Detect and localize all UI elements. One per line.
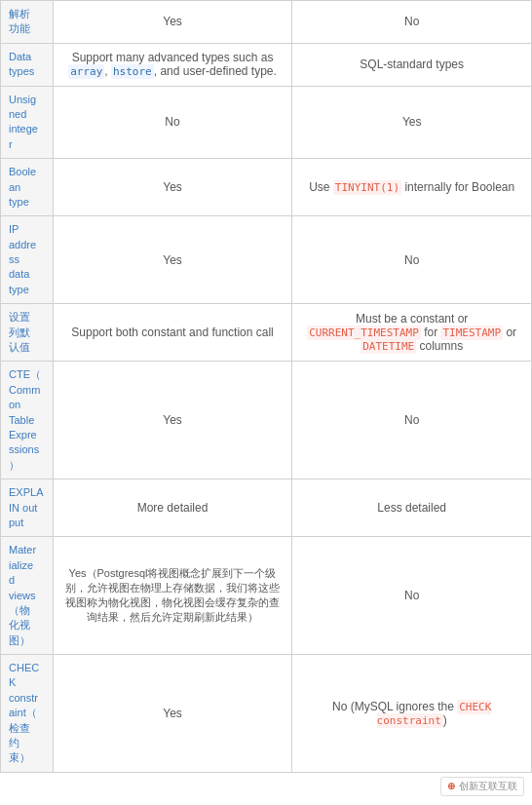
mysql-cell: SQL-standard types xyxy=(292,43,532,86)
feature-cell: Booleantype xyxy=(1,159,54,216)
feature-label: 设置列默认值 xyxy=(9,311,30,353)
feature-label: CTE（CommonTableExpressions） xyxy=(9,368,41,470)
feature-cell: 解析功能 xyxy=(1,1,54,44)
code-tinyint: TINYINT(1) xyxy=(333,180,401,195)
feature-label: EXPLAIN output xyxy=(9,486,43,528)
feature-cell: CHECKconstraint（检查约束） xyxy=(1,655,54,773)
table-row: Booleantype Yes Use TINYINT(1) internall… xyxy=(1,159,532,216)
pg-cell: Support many advanced types such as arra… xyxy=(53,43,292,86)
watermark-area: ⊕ 创新互联互联 xyxy=(0,773,532,800)
mysql-cell: No (MySQL ignores the CHECK constraint) xyxy=(292,655,532,773)
table-row: CTE（CommonTableExpressions） Yes No xyxy=(1,362,532,479)
code-array: array xyxy=(68,64,104,79)
watermark-badge: ⊕ 创新互联互联 xyxy=(440,777,524,796)
table-row: EXPLAIN output More detailed Less detail… xyxy=(1,479,532,537)
mysql-cell: Less detailed xyxy=(292,479,532,537)
mysql-cell: No xyxy=(292,1,532,44)
feature-cell: EXPLAIN output xyxy=(1,479,54,537)
feature-label: Materializedviews（物化视图） xyxy=(9,544,36,645)
code-check-constraint: CHECK constraint xyxy=(377,700,492,728)
feature-label: IPaddressdatatype xyxy=(9,223,36,295)
feature-label: Booleantype xyxy=(9,166,36,208)
pg-cell: Yes xyxy=(53,216,292,304)
feature-label: CHECKconstraint（检查约束） xyxy=(9,662,39,763)
pg-cell: Yes xyxy=(53,1,292,44)
pg-cell: Yes xyxy=(53,362,292,479)
feature-cell: Materializedviews（物化视图） xyxy=(1,537,54,655)
mysql-cell: No xyxy=(292,537,532,655)
pg-cell: More detailed xyxy=(53,479,292,537)
table-row: Datatypes Support many advanced types su… xyxy=(1,43,532,86)
feature-cell: Datatypes xyxy=(1,43,54,86)
watermark-icon: ⊕ xyxy=(447,781,455,791)
feature-cell: IPaddressdatatype xyxy=(1,216,54,304)
pg-cell: Yes xyxy=(53,655,292,773)
mysql-cell: Use TINYINT(1) internally for Boolean xyxy=(292,159,532,216)
table-row: CHECKconstraint（检查约束） Yes No (MySQL igno… xyxy=(1,655,532,773)
feature-cell: Unsignedinteger xyxy=(1,86,54,159)
feature-label: Unsignedinteger xyxy=(9,94,38,150)
table-row: Unsignedinteger No Yes xyxy=(1,86,532,159)
comparison-table: 解析功能 Yes No Datatypes Support many advan… xyxy=(0,0,532,773)
mysql-cell: Yes xyxy=(292,86,532,159)
pg-cell: No xyxy=(53,86,292,159)
table-row: IPaddressdatatype Yes No xyxy=(1,216,532,304)
table-row: 解析功能 Yes No xyxy=(1,1,532,44)
feature-cell: 设置列默认值 xyxy=(1,304,54,362)
code-current-timestamp: CURRENT_TIMESTAMP xyxy=(307,326,421,340)
code-datetime: DATETIME xyxy=(361,339,416,354)
code-timestamp: TIMESTAMP xyxy=(440,326,503,340)
feature-cell: CTE（CommonTableExpressions） xyxy=(1,362,54,479)
mysql-cell: No xyxy=(292,362,532,479)
mysql-cell: Must be a constant or CURRENT_TIMESTAMP … xyxy=(292,304,532,362)
watermark-text: 创新互联 xyxy=(459,780,498,793)
pg-cell: Support both constant and function call xyxy=(53,304,292,362)
code-hstore: hstore xyxy=(111,64,154,79)
mysql-cell: No xyxy=(292,216,532,304)
feature-label: Datatypes xyxy=(9,51,34,77)
feature-label: 解析功能 xyxy=(9,8,30,34)
table-row: Materializedviews（物化视图） Yes（Postgresql将视… xyxy=(1,537,532,655)
table-row: 设置列默认值 Support both constant and functio… xyxy=(1,304,532,362)
pg-cell: Yes（Postgresql将视图概念扩展到下一个级别，允许视图在物理上存储数据… xyxy=(53,537,292,655)
pg-cell: Yes xyxy=(53,159,292,216)
